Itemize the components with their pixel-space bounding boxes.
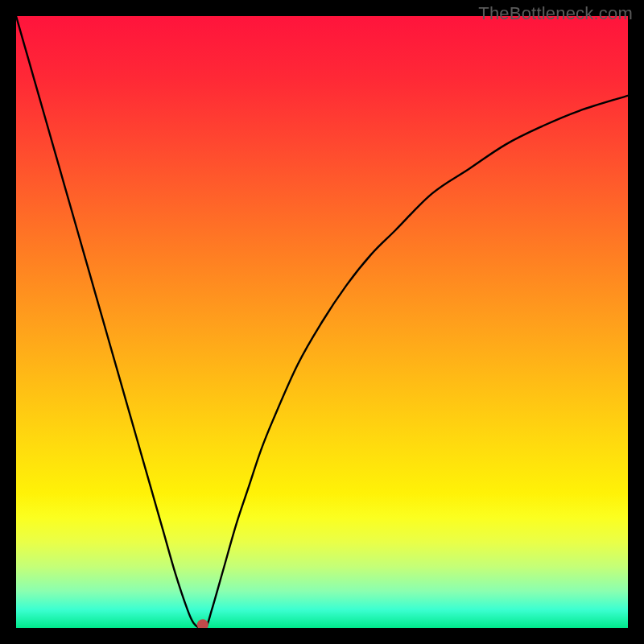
watermark-text: TheBottleneck.com (478, 3, 633, 24)
chart-container (16, 16, 628, 628)
bottleneck-chart (16, 16, 628, 628)
